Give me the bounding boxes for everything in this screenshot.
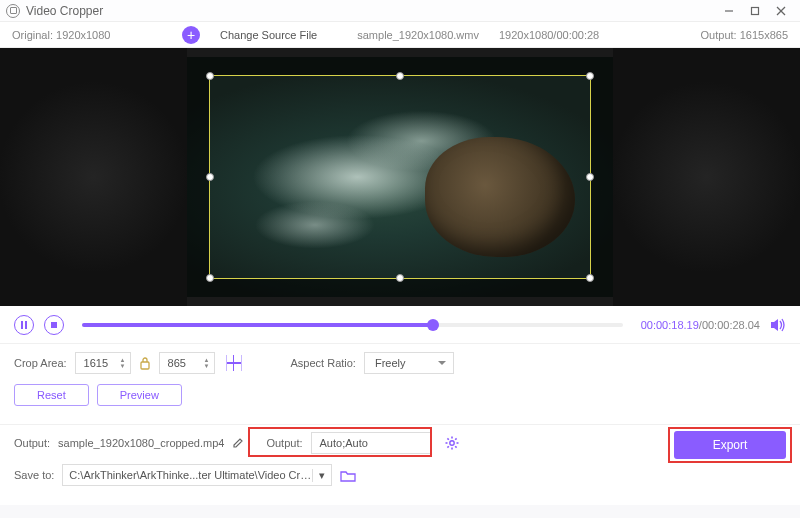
aspect-ratio-label: Aspect Ratio: [291,357,356,369]
crop-handle-br[interactable] [586,274,594,282]
saveto-path[interactable]: C:\ArkThinker\ArkThinke...ter Ultimate\V… [62,464,332,486]
svg-line-15 [455,446,456,447]
svg-rect-5 [25,321,27,329]
preview-letterbox-left [0,48,187,306]
svg-line-14 [447,438,448,439]
svg-rect-4 [21,321,23,329]
video-frame[interactable] [187,57,613,297]
edit-filename-icon[interactable] [232,437,244,449]
app-logo-icon [6,4,20,18]
crop-handle-tl[interactable] [206,72,214,80]
svg-line-17 [447,446,448,447]
output-filename: sample_1920x1080_cropped.mp4 [58,437,224,449]
output-settings-icon[interactable] [445,436,459,450]
add-source-button[interactable]: + [182,26,200,44]
export-button[interactable]: Export [674,431,786,459]
crop-width-input[interactable]: 1615 ▲▼ [75,352,131,374]
preview-letterbox-right [613,48,800,306]
pause-button[interactable] [14,315,34,335]
info-bar: Original: 1920x1080 + Change Source File… [0,22,800,48]
crop-handle-mr[interactable] [586,173,594,181]
svg-line-16 [455,438,456,439]
source-meta: 1920x1080/00:00:28 [499,29,599,41]
playback-bar: 00:00:18.19/00:00:28.04 [0,306,800,344]
lock-aspect-icon[interactable] [139,356,151,370]
volume-icon[interactable] [770,318,786,332]
output-format-label: Output: [266,437,302,449]
svg-rect-1 [752,7,759,14]
seek-slider[interactable] [82,323,623,327]
source-filename: sample_1920x1080.wmv [357,29,479,41]
crop-handle-tr[interactable] [586,72,594,80]
aspect-ratio-select[interactable]: Freely [364,352,454,374]
timecode: 00:00:18.19/00:00:28.04 [641,319,760,331]
output-label: Output: [14,437,50,449]
crop-height-input[interactable]: 865 ▲▼ [159,352,215,374]
crop-handle-ml[interactable] [206,173,214,181]
stop-button[interactable] [44,315,64,335]
svg-marker-7 [771,319,778,331]
seek-thumb[interactable] [427,319,439,331]
output-format-value[interactable]: Auto;Auto [311,432,431,454]
saveto-dropdown-icon[interactable]: ▾ [312,469,325,482]
svg-rect-8 [141,362,149,369]
crop-handle-bl[interactable] [206,274,214,282]
crop-selection[interactable] [209,75,591,279]
output-panel: Export Output: sample_1920x1080_cropped.… [0,424,800,505]
saveto-label: Save to: [14,469,54,481]
time-current: 00:00:18.19 [641,319,699,331]
crop-area-label: Crop Area: [14,357,67,369]
preview-button[interactable]: Preview [97,384,182,406]
original-resolution: Original: 1920x1080 [12,29,162,41]
center-crop-button[interactable] [223,353,245,373]
open-folder-icon[interactable] [340,469,356,482]
svg-rect-6 [51,322,57,328]
change-source-label[interactable]: Change Source File [220,29,317,41]
crop-controls: Crop Area: 1615 ▲▼ 865 ▲▼ Aspect Ratio: … [0,344,800,424]
title-bar: Video Cropper [0,0,800,22]
crop-handle-tc[interactable] [396,72,404,80]
reset-button[interactable]: Reset [14,384,89,406]
close-button[interactable] [768,1,794,21]
svg-point-9 [449,441,453,445]
crop-handle-bc[interactable] [396,274,404,282]
video-preview [0,48,800,306]
app-title: Video Cropper [26,4,716,18]
minimize-button[interactable] [716,1,742,21]
output-resolution: Output: 1615x865 [701,29,788,41]
maximize-button[interactable] [742,1,768,21]
